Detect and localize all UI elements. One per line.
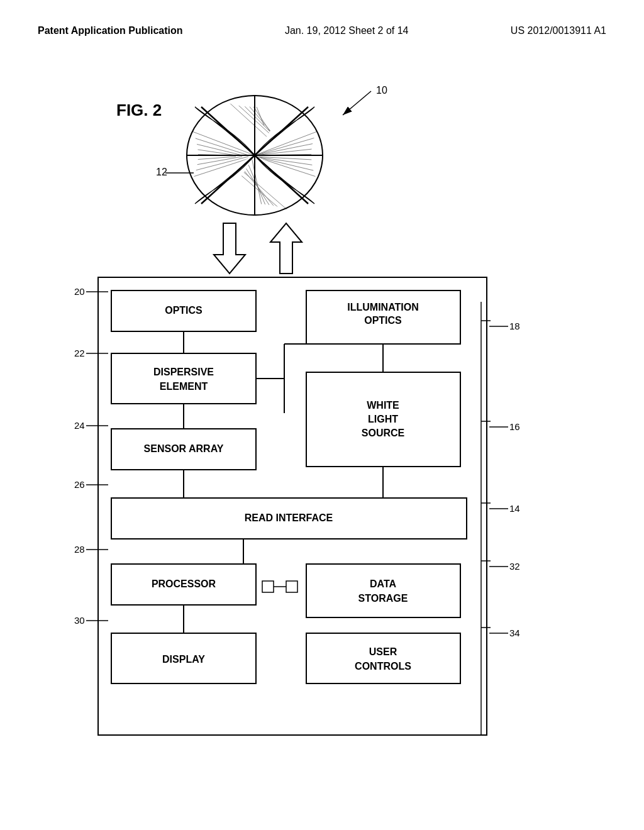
svg-text:ELEMENT: ELEMENT [160,381,208,392]
svg-marker-39 [270,223,302,274]
ref-14: 14 [489,503,520,514]
figure-label: FIG. 2 [116,101,162,120]
lens-illustration [186,94,324,217]
svg-text:USER: USER [369,646,397,657]
svg-line-10 [226,157,296,217]
svg-rect-75 [306,633,460,683]
svg-line-32 [255,157,324,179]
svg-rect-69 [262,581,274,592]
right-brackets [475,277,494,742]
double-arrows [195,220,321,277]
svg-text:OPTICS: OPTICS [364,315,402,326]
ref-22: 22 [74,348,108,358]
svg-line-8 [252,94,264,126]
svg-line-17 [186,141,242,155]
svg-line-15 [186,129,255,155]
svg-rect-66 [306,564,460,617]
ref-20: 20 [74,286,108,297]
ref-16: 16 [489,421,520,432]
svg-line-20 [186,157,236,160]
ref-28: 28 [74,544,108,555]
svg-text:DISPLAY: DISPLAY [162,654,205,665]
ref-30: 30 [74,615,108,626]
svg-text:CONTROLS: CONTROLS [355,661,411,672]
svg-text:SOURCE: SOURCE [362,428,405,438]
svg-text:LIGHT: LIGHT [368,414,398,424]
svg-text:READ INTERFACE: READ INTERFACE [245,512,333,523]
svg-rect-70 [286,581,297,592]
svg-text:WHITE: WHITE [367,400,399,411]
svg-text:SENSOR ARRAY: SENSOR ARRAY [144,443,224,454]
patent-number-label: US 2012/0013911 A1 [511,25,606,36]
system-box: OPTICS ILLUMINATION OPTICS DISPERSIVE EL… [97,277,487,736]
ref-18: 18 [489,321,520,331]
ref-32: 32 [489,561,520,572]
svg-text:DISPERSIVE: DISPERSIVE [153,367,214,377]
svg-text:OPTICS: OPTICS [165,305,203,316]
svg-text:DATA: DATA [370,578,397,589]
svg-line-1 [343,91,371,115]
ref-34: 34 [489,628,520,638]
system-diagram: OPTICS ILLUMINATION OPTICS DISPERSIVE EL… [99,278,489,737]
ref-26: 26 [74,479,108,490]
page-header: Patent Application Publication Jan. 19, … [0,25,644,36]
svg-line-26 [255,141,324,155]
publication-label: Patent Application Publication [38,25,183,36]
svg-line-7 [245,94,270,132]
ref-12-line [165,167,197,179]
date-sheet-label: Jan. 19, 2012 Sheet 2 of 14 [285,25,409,36]
ref-24: 24 [74,420,108,431]
svg-rect-46 [111,353,256,404]
svg-text:ILLUMINATION: ILLUMINATION [347,302,418,313]
svg-text:STORAGE: STORAGE [358,593,408,604]
svg-marker-38 [214,223,245,274]
svg-line-14 [252,157,264,217]
svg-text:PROCESSOR: PROCESSOR [152,578,216,589]
